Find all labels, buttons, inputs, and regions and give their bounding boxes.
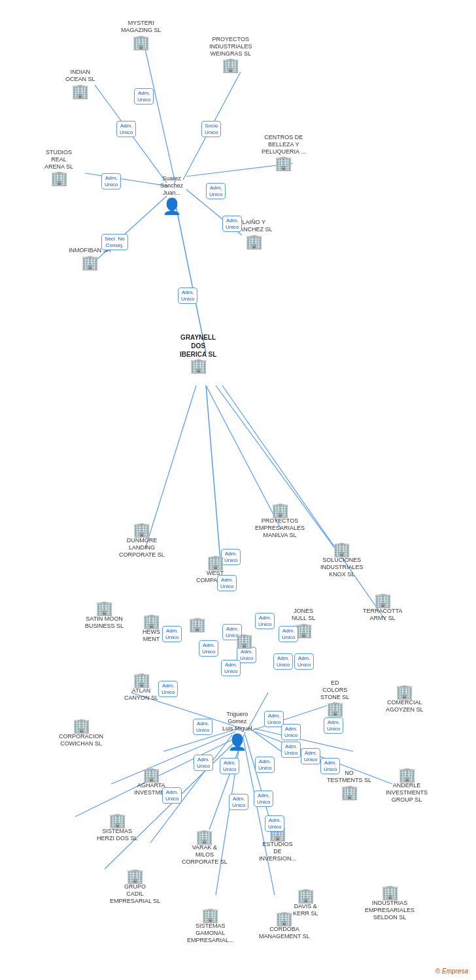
- no-testments-icon: 🏢: [341, 785, 358, 800]
- role-atlan[interactable]: Adm.Unico: [158, 681, 178, 697]
- soluciones-knox-label: SOLUCIONESINDUSTRIALESKNOX SL: [320, 557, 364, 578]
- west-company-icon: 🏢: [207, 555, 224, 570]
- role-agharta[interactable]: Adm.Unico: [162, 787, 182, 804]
- corporacion-cowichan-icon: 🏢: [73, 719, 90, 733]
- role-trig7[interactable]: Adm.Unico: [255, 757, 275, 773]
- role-trig6[interactable]: Adm.Unico: [301, 748, 320, 764]
- anderle-icon: 🏢: [398, 768, 416, 782]
- sistemas-gamonal-node: 🏢 SISTEMASGAMONALEMPRESARIAL...: [187, 908, 234, 945]
- role-estudios[interactable]: Adm.Unico: [265, 815, 284, 832]
- role-trig9[interactable]: Adm.Unico: [220, 758, 239, 774]
- mid-building2: 🏢: [235, 634, 253, 648]
- ed-colors-node: EDCOLORSSTONE SL 🏢: [320, 679, 349, 716]
- svg-line-0: [145, 49, 175, 183]
- sistemas-gamonal-label: SISTEMASGAMONALEMPRESARIAL...: [187, 923, 234, 943]
- no-testments-label: NOTESTMENTS SL: [327, 770, 371, 784]
- role-trig8[interactable]: Adm.Unico: [194, 755, 213, 771]
- role-hewsment[interactable]: Adm.Unico: [162, 626, 182, 642]
- estudios-inversion-label: ESTUDIOSDEINVERSION...: [259, 841, 296, 862]
- studios-real-arena-node: STUDIOSREALARENA SL 🏢: [44, 149, 73, 186]
- laino-sanchez-icon: 🏢: [245, 235, 263, 249]
- suarez-person-node: SuarezSanchezJuan... 👤: [160, 175, 183, 216]
- dunmore-icon: 🏢: [133, 523, 150, 537]
- mid-building1-icon: 🏢: [188, 617, 206, 632]
- role-socio-weingras[interactable]: SocioUnico: [201, 121, 221, 137]
- role-mid1[interactable]: Adm.Unico: [255, 613, 275, 629]
- grupo-cadil-label: GRUPOCADILEMPRESARIAL SL: [110, 883, 160, 904]
- role-centros[interactable]: Adm.Unico: [206, 183, 226, 199]
- network-lines: [0, 0, 476, 980]
- role-indian-ocean[interactable]: Adm.Unico: [116, 121, 136, 137]
- dunmore-label: DUNMORELANDINGCORPORATE SL: [119, 537, 165, 558]
- triguero-icon: 👤: [228, 733, 247, 751]
- role-trig1[interactable]: Adm.Unico: [193, 719, 212, 735]
- proyectos-manilva-node: 🏢 PROYECTOSEMPRESARIALESMANILVA SL: [255, 503, 305, 540]
- role-mid5[interactable]: Adm.Unico: [199, 640, 218, 657]
- hewsment-node: 🏢 HEWSMENT: [143, 614, 160, 644]
- ed-colors-icon: 🏢: [326, 702, 344, 716]
- soluciones-knox-node: 🏢 SOLUCIONESINDUSTRIALESKNOX SL: [320, 542, 364, 579]
- role-trig5[interactable]: Adm.Unico: [281, 742, 301, 758]
- proyectos-manilva-icon: 🏢: [271, 503, 289, 517]
- graynell-label: GRAYNELLDOSIBERICA SL: [180, 333, 216, 359]
- proyectos-weingras-node: PROYECTOSINDUSTRIALESWEINGRAS SL 🏢: [209, 36, 252, 73]
- role-trig3[interactable]: Adm.Unico: [281, 724, 301, 740]
- role-trig12[interactable]: Adm.Unico: [254, 791, 273, 807]
- sistemas-herzidos-icon: 🏢: [109, 813, 126, 828]
- role-secr[interactable]: Secr. NoConsej.: [101, 234, 128, 250]
- graynell-icon: 🏢: [190, 359, 207, 373]
- svg-line-15: [111, 732, 235, 784]
- satin-moon-icon: 🏢: [95, 601, 113, 615]
- triguero-person-node: TrigueroGomezLuis Miguel 👤: [222, 711, 252, 751]
- role-studios[interactable]: Adm.Unico: [101, 173, 121, 189]
- role-mysteri[interactable]: Adm.Unico: [134, 88, 154, 105]
- svg-line-3: [85, 173, 169, 186]
- comercial-agoyzen-node: 🏢 COMERCIALAGOYZEN SL: [386, 685, 424, 715]
- satin-moon-node: 🏢 SATIN MOONBUSINESS SL: [85, 601, 124, 631]
- svg-line-7: [175, 203, 206, 353]
- role-trig11[interactable]: Adm.Unico: [229, 794, 248, 810]
- role-west[interactable]: Adm.Unico: [217, 575, 237, 591]
- agharta-icon: 🏢: [143, 768, 160, 782]
- suarez-icon: 👤: [162, 197, 182, 216]
- estudios-inversion-node: 🏢 ESTUDIOSDEINVERSION...: [259, 826, 296, 863]
- cordoba-management-node: 🏢 CORDOBAMANAGEMENT SL: [259, 911, 310, 941]
- industrias-seldon-icon: 🏢: [381, 885, 399, 900]
- corporacion-cowichan-label: CORPORACIONCOWICHAN SL: [59, 733, 103, 747]
- terracotta-army-label: TERRACOTTAARMY SL: [363, 608, 402, 622]
- svg-line-19: [250, 728, 281, 751]
- inmofiban-icon: 🏢: [81, 255, 99, 270]
- ed-colors-label: EDCOLORSSTONE SL: [320, 679, 349, 700]
- triguero-label: TrigueroGomezLuis Miguel: [222, 711, 252, 732]
- role-mid6[interactable]: Adm.Unico: [221, 660, 241, 676]
- industrias-seldon-label: INDUSTRIASEMPRESARIALESSELDON SL: [365, 900, 415, 921]
- atlan-canyon-label: ATLANCANYON SL: [124, 687, 158, 702]
- grupo-cadil-icon: 🏢: [126, 869, 144, 883]
- corporacion-cowichan-node: 🏢 CORPORACIONCOWICHAN SL: [59, 719, 103, 749]
- terracotta-army-node: 🏢 TERRACOTTAARMY SL: [363, 593, 402, 623]
- mysteri-magazing-icon: 🏢: [132, 35, 150, 50]
- anderle-node: 🏢 ANDERLEINVESTMENTSGROUP SL: [386, 768, 428, 804]
- proyectos-manilva-label: PROYECTOSEMPRESARIALESMANILVA SL: [255, 517, 305, 538]
- svg-line-10: [206, 385, 221, 568]
- role-laino[interactable]: Adm.Unico: [222, 216, 242, 232]
- copyright: © Empresa: [435, 968, 468, 975]
- davis-kerr-icon: 🏢: [297, 889, 314, 903]
- mid-building2-icon: 🏢: [235, 634, 253, 648]
- grupo-cadil-node: 🏢 GRUPOCADILEMPRESARIAL SL: [110, 869, 160, 906]
- comercial-agoyzen-icon: 🏢: [396, 685, 413, 699]
- role-trig4[interactable]: Adm.Unico: [324, 717, 343, 734]
- mysteri-magazing-label: MYSTERIMAGAZING SL: [121, 20, 162, 34]
- indian-ocean-node: INDIANOCEAN SL 🏢: [65, 69, 95, 99]
- role-mid3[interactable]: Adm.Unico: [279, 626, 298, 642]
- comercial-agoyzen-label: COMERCIALAGOYZEN SL: [386, 699, 424, 713]
- role-mid7[interactable]: Adm.Unico: [273, 653, 293, 670]
- graynell-node: GRAYNELLDOSIBERICA SL 🏢: [180, 333, 216, 373]
- sistemas-gamonal-icon: 🏢: [201, 908, 219, 923]
- jones-null-label: JONESNULL SL: [292, 608, 315, 622]
- sistemas-herzidos-node: 🏢 SISTEMASHERZI DOS SL: [97, 813, 138, 843]
- role-mid8[interactable]: Adm.Unico: [294, 653, 314, 670]
- centros-belleza-node: CENTROS DEBELLEZA YPELUQUERIA ... 🏢: [262, 134, 306, 171]
- varak-milos-icon: 🏢: [196, 830, 213, 844]
- role-graynell-top[interactable]: Adm.Unico: [178, 287, 197, 304]
